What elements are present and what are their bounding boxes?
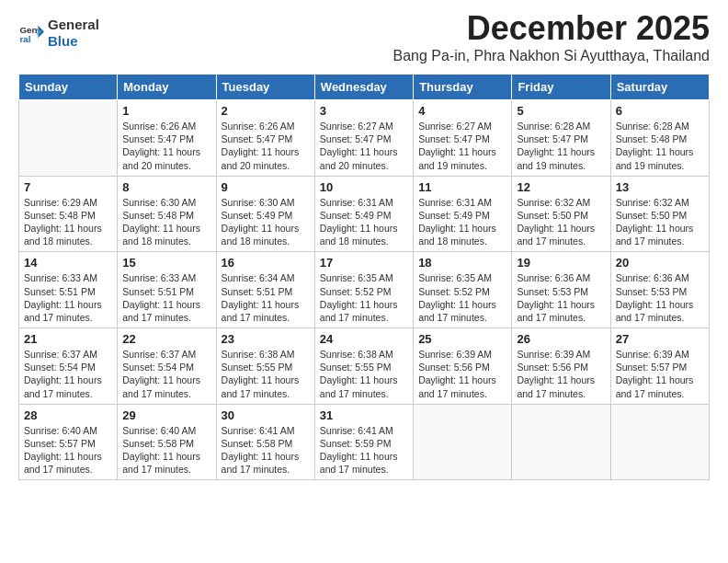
calendar-cell: 17Sunrise: 6:35 AMSunset: 5:52 PMDayligh… <box>314 252 413 328</box>
day-number: 3 <box>320 104 408 118</box>
day-number: 5 <box>517 104 605 118</box>
day-number: 1 <box>122 104 210 118</box>
calendar-cell: 2Sunrise: 6:26 AMSunset: 5:47 PMDaylight… <box>216 100 314 177</box>
day-info: Sunrise: 6:26 AMSunset: 5:47 PMDaylight:… <box>122 120 210 172</box>
weekday-header: Saturday <box>610 75 709 100</box>
weekday-header: Monday <box>118 75 216 100</box>
day-info: Sunrise: 6:33 AMSunset: 5:51 PMDaylight:… <box>24 271 112 324</box>
day-number: 20 <box>616 256 704 270</box>
calendar-cell: 16Sunrise: 6:34 AMSunset: 5:51 PMDayligh… <box>216 252 314 328</box>
day-info: Sunrise: 6:37 AMSunset: 5:54 PMDaylight:… <box>122 348 210 400</box>
day-info: Sunrise: 6:31 AMSunset: 5:49 PMDaylight:… <box>320 196 408 248</box>
day-info: Sunrise: 6:29 AMSunset: 5:48 PMDaylight:… <box>24 196 112 248</box>
day-info: Sunrise: 6:41 AMSunset: 5:58 PMDaylight:… <box>222 424 310 477</box>
day-info: Sunrise: 6:38 AMSunset: 5:55 PMDaylight:… <box>222 348 310 400</box>
calendar-cell: 7Sunrise: 6:29 AMSunset: 5:48 PMDaylight… <box>19 176 118 252</box>
day-info: Sunrise: 6:27 AMSunset: 5:47 PMDaylight:… <box>418 120 506 172</box>
calendar-cell: 25Sunrise: 6:39 AMSunset: 5:56 PMDayligh… <box>414 328 512 405</box>
day-info: Sunrise: 6:32 AMSunset: 5:50 PMDaylight:… <box>616 196 704 248</box>
calendar-cell: 9Sunrise: 6:30 AMSunset: 5:49 PMDaylight… <box>216 176 314 252</box>
calendar-cell <box>414 404 512 480</box>
calendar-cell <box>512 404 610 480</box>
day-number: 26 <box>517 332 605 346</box>
calendar-table: SundayMondayTuesdayWednesdayThursdayFrid… <box>18 74 710 480</box>
calendar-cell: 28Sunrise: 6:40 AMSunset: 5:57 PMDayligh… <box>19 404 118 480</box>
day-number: 7 <box>24 180 112 194</box>
calendar-cell: 13Sunrise: 6:32 AMSunset: 5:50 PMDayligh… <box>610 176 709 252</box>
calendar-cell: 1Sunrise: 6:26 AMSunset: 5:47 PMDaylight… <box>118 100 216 177</box>
weekday-header: Sunday <box>19 75 118 100</box>
day-info: Sunrise: 6:26 AMSunset: 5:47 PMDaylight:… <box>222 120 310 172</box>
day-number: 28 <box>24 408 112 422</box>
calendar-cell: 4Sunrise: 6:27 AMSunset: 5:47 PMDaylight… <box>414 100 512 177</box>
day-number: 23 <box>222 332 310 346</box>
day-number: 9 <box>222 180 310 194</box>
day-info: Sunrise: 6:31 AMSunset: 5:49 PMDaylight:… <box>418 196 506 248</box>
calendar-cell: 27Sunrise: 6:39 AMSunset: 5:57 PMDayligh… <box>610 328 709 405</box>
day-number: 11 <box>418 180 506 194</box>
day-number: 29 <box>122 408 210 422</box>
weekday-header: Wednesday <box>314 75 413 100</box>
calendar-cell <box>610 404 709 480</box>
calendar-cell: 29Sunrise: 6:40 AMSunset: 5:58 PMDayligh… <box>118 404 216 480</box>
day-info: Sunrise: 6:36 AMSunset: 5:53 PMDaylight:… <box>517 271 605 324</box>
day-number: 13 <box>616 180 704 194</box>
day-number: 31 <box>320 408 408 422</box>
day-info: Sunrise: 6:35 AMSunset: 5:52 PMDaylight:… <box>320 271 408 324</box>
day-info: Sunrise: 6:41 AMSunset: 5:59 PMDaylight:… <box>320 424 408 477</box>
day-number: 8 <box>122 180 210 194</box>
day-number: 15 <box>122 256 210 270</box>
calendar-cell: 19Sunrise: 6:36 AMSunset: 5:53 PMDayligh… <box>512 252 610 328</box>
svg-text:ral: ral <box>19 34 30 44</box>
day-info: Sunrise: 6:28 AMSunset: 5:48 PMDaylight:… <box>616 120 704 172</box>
day-info: Sunrise: 6:27 AMSunset: 5:47 PMDaylight:… <box>320 120 408 172</box>
calendar-cell: 10Sunrise: 6:31 AMSunset: 5:49 PMDayligh… <box>314 176 413 252</box>
day-number: 22 <box>122 332 210 346</box>
calendar-cell: 15Sunrise: 6:33 AMSunset: 5:51 PMDayligh… <box>118 252 216 328</box>
location-title: Bang Pa-in, Phra Nakhon Si Ayutthaya, Th… <box>99 48 710 64</box>
day-number: 25 <box>418 332 506 346</box>
day-number: 24 <box>320 332 408 346</box>
logo-general: General <box>48 17 99 32</box>
day-info: Sunrise: 6:35 AMSunset: 5:52 PMDaylight:… <box>418 271 506 324</box>
day-info: Sunrise: 6:30 AMSunset: 5:49 PMDaylight:… <box>222 196 310 248</box>
calendar-cell: 20Sunrise: 6:36 AMSunset: 5:53 PMDayligh… <box>610 252 709 328</box>
calendar-cell <box>19 100 118 177</box>
day-number: 27 <box>616 332 704 346</box>
day-info: Sunrise: 6:40 AMSunset: 5:57 PMDaylight:… <box>24 424 112 477</box>
weekday-header: Tuesday <box>216 75 314 100</box>
calendar-cell: 30Sunrise: 6:41 AMSunset: 5:58 PMDayligh… <box>216 404 314 480</box>
day-number: 4 <box>418 104 506 118</box>
day-info: Sunrise: 6:34 AMSunset: 5:51 PMDaylight:… <box>222 271 310 324</box>
calendar-cell: 8Sunrise: 6:30 AMSunset: 5:48 PMDaylight… <box>118 176 216 252</box>
calendar-cell: 14Sunrise: 6:33 AMSunset: 5:51 PMDayligh… <box>19 252 118 328</box>
calendar-cell: 22Sunrise: 6:37 AMSunset: 5:54 PMDayligh… <box>118 328 216 405</box>
weekday-header: Thursday <box>414 75 512 100</box>
calendar-cell: 11Sunrise: 6:31 AMSunset: 5:49 PMDayligh… <box>414 176 512 252</box>
calendar-header: December 2025 Bang Pa-in, Phra Nakhon Si… <box>99 9 710 72</box>
day-number: 2 <box>222 104 310 118</box>
day-number: 17 <box>320 256 408 270</box>
calendar-cell: 3Sunrise: 6:27 AMSunset: 5:47 PMDaylight… <box>314 100 413 177</box>
month-title: December 2025 <box>99 9 710 48</box>
calendar-cell: 12Sunrise: 6:32 AMSunset: 5:50 PMDayligh… <box>512 176 610 252</box>
day-number: 16 <box>222 256 310 270</box>
weekday-header: Friday <box>512 75 610 100</box>
day-info: Sunrise: 6:39 AMSunset: 5:56 PMDaylight:… <box>517 348 605 400</box>
calendar-cell: 31Sunrise: 6:41 AMSunset: 5:59 PMDayligh… <box>314 404 413 480</box>
day-info: Sunrise: 6:39 AMSunset: 5:56 PMDaylight:… <box>418 348 506 400</box>
day-info: Sunrise: 6:30 AMSunset: 5:48 PMDaylight:… <box>122 196 210 248</box>
calendar-cell: 21Sunrise: 6:37 AMSunset: 5:54 PMDayligh… <box>19 328 118 405</box>
day-info: Sunrise: 6:40 AMSunset: 5:58 PMDaylight:… <box>122 424 210 477</box>
day-number: 19 <box>517 256 605 270</box>
logo-blue: Blue <box>48 33 78 49</box>
logo: Gene ral General Blue <box>18 9 99 50</box>
logo-icon: Gene ral <box>18 20 44 46</box>
day-info: Sunrise: 6:38 AMSunset: 5:55 PMDaylight:… <box>320 348 408 400</box>
day-number: 12 <box>517 180 605 194</box>
day-info: Sunrise: 6:32 AMSunset: 5:50 PMDaylight:… <box>517 196 605 248</box>
day-info: Sunrise: 6:37 AMSunset: 5:54 PMDaylight:… <box>24 348 112 400</box>
calendar-cell: 23Sunrise: 6:38 AMSunset: 5:55 PMDayligh… <box>216 328 314 405</box>
calendar-cell: 18Sunrise: 6:35 AMSunset: 5:52 PMDayligh… <box>414 252 512 328</box>
day-info: Sunrise: 6:36 AMSunset: 5:53 PMDaylight:… <box>616 271 704 324</box>
